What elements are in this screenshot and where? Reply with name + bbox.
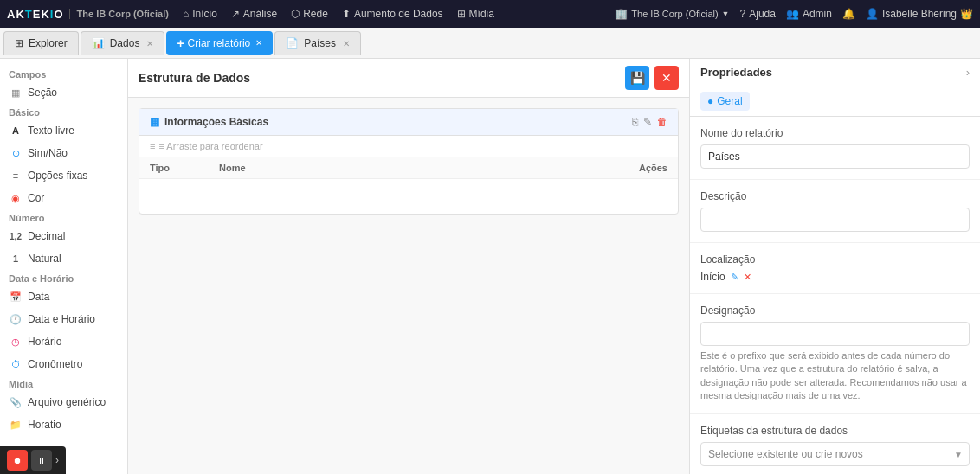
description-label: Descrição (700, 190, 970, 202)
table-header: Tipo Nome Ações (139, 157, 678, 179)
text-icon: A (9, 124, 23, 138)
tags-label: Etiquetas da estrutura de dados (700, 425, 970, 437)
tab-dados-close[interactable]: ✕ (146, 39, 153, 48)
logo[interactable]: AKTEKIO The IB Corp (Oficial) (7, 8, 169, 21)
designation-input[interactable] (700, 322, 970, 346)
home-icon: ⌂ (183, 8, 189, 20)
page-icon: 📄 (286, 37, 299, 49)
admin-button[interactable]: 👥 Admin (786, 8, 832, 20)
tags-select[interactable]: Selecione existente ou crie novos (700, 442, 970, 466)
location-edit-button[interactable]: ✎ (731, 272, 738, 283)
numero-title: Número (0, 209, 127, 225)
field-sim-nao[interactable]: ⊙ Sim/Não (0, 142, 127, 164)
structure-header: Estrutura de Dados 💾 ✕ (128, 59, 689, 98)
col-acoes: Ações (598, 163, 667, 173)
notifications-button[interactable]: 🔔 (842, 8, 855, 20)
color-icon: ◉ (9, 191, 23, 205)
data-tab-icon: 📊 (92, 37, 105, 49)
field-data[interactable]: 📅 Data (0, 285, 127, 308)
chevron-down-icon: ▼ (722, 10, 730, 18)
location-section: Localização Início ✎ ✕ (690, 243, 980, 294)
col-tipo: Tipo (150, 163, 219, 173)
nav-analise[interactable]: ↗ Análise (231, 8, 277, 20)
field-data-horario[interactable]: 🕐 Data e Horário (0, 308, 127, 330)
user-icon: 👤 (866, 8, 879, 20)
save-button[interactable]: 💾 (625, 66, 649, 90)
play-pause-button[interactable]: ⏸ (31, 450, 52, 471)
data-icon: ⬆ (342, 8, 351, 20)
tab-criar-close[interactable]: ✕ (255, 38, 262, 48)
report-name-input[interactable] (700, 144, 970, 169)
report-name-label: Nome do relatório (700, 127, 970, 139)
field-texto-livre[interactable]: A Texto livre (0, 119, 127, 142)
basico-title: Básico (0, 104, 127, 119)
nav-rede[interactable]: ⬡ Rede (291, 8, 328, 20)
right-panel: Propriedades › ● Geral Nome do relatório… (689, 59, 980, 474)
tab-paises[interactable]: 📄 Países ✕ (274, 31, 361, 55)
location-remove-button[interactable]: ✕ (744, 272, 751, 283)
field-decimal[interactable]: 1,2 Decimal (0, 225, 127, 247)
bottom-player: ⏺ ⏸ › (0, 446, 66, 474)
nav-right: 🏢 The IB Corp (Oficial) ▼ ? Ajuda 👥 Admi… (615, 8, 973, 20)
location-row: Início ✎ ✕ (700, 271, 970, 283)
bell-icon: 🔔 (842, 8, 855, 20)
decimal-icon: 1,2 (9, 229, 23, 243)
panel-title: Propriedades (700, 66, 772, 79)
expand-player-button[interactable]: › (55, 454, 59, 466)
tab-dados[interactable]: 📊 Dados ✕ (81, 31, 165, 55)
explorer-icon: ⊞ (15, 37, 23, 49)
section-icon: ▦ (9, 86, 23, 99)
cancel-button[interactable]: ✕ (654, 66, 679, 90)
stopwatch-icon: ⏱ (9, 357, 23, 371)
file-icon: 📎 (9, 395, 23, 409)
nav-midia[interactable]: ⊞ Mídia (457, 8, 494, 20)
tab-paises-close[interactable]: ✕ (343, 39, 350, 48)
clock-icon: ◷ (9, 335, 23, 349)
location-label: Localização (700, 253, 970, 266)
campos-title: Campos (0, 66, 127, 81)
copy-action[interactable]: ⎘ (632, 116, 638, 128)
field-cor[interactable]: ◉ Cor (0, 187, 127, 209)
box-actions: ⎘ ✎ 🗑 (632, 116, 667, 128)
field-natural[interactable]: 1 Natural (0, 247, 127, 270)
help-button[interactable]: ? Ajuda (740, 8, 776, 20)
tab-criar-relatorio[interactable]: + Criar relatório ✕ (166, 31, 273, 55)
tab-geral[interactable]: ● Geral (700, 92, 750, 111)
col-nome: Nome (219, 163, 598, 173)
drag-hint: ≡ ≡ Arraste para reordenar (139, 136, 678, 157)
nav-aumento-dados[interactable]: ⬆ Aumento de Dados (342, 8, 443, 20)
file2-icon: 📁 (9, 418, 23, 432)
header-actions: 💾 ✕ (625, 66, 679, 90)
circle-icon: ● (707, 95, 713, 107)
delete-action[interactable]: 🗑 (657, 116, 667, 128)
user-menu[interactable]: 👤 Isabelle Bhering 👑 (866, 8, 973, 20)
main-layout: Campos ▦ Seção Básico A Texto livre ⊙ Si… (0, 59, 980, 474)
description-input[interactable] (700, 208, 970, 232)
expand-icon[interactable]: › (966, 66, 970, 79)
list-icon: ≡ (9, 169, 23, 183)
edit-action[interactable]: ✎ (643, 116, 652, 128)
info-basicas-header: ▦ Informações Básicas ⎘ ✎ 🗑 (139, 109, 678, 136)
media-icon: ⊞ (457, 8, 466, 20)
field-cronometro[interactable]: ⏱ Cronômetro (0, 353, 127, 375)
field-opcoes-fixas[interactable]: ≡ Opções fixas (0, 164, 127, 187)
field-arquivo-generico[interactable]: 📎 Arquivo genérico (0, 391, 127, 413)
nav-inicio[interactable]: ⌂ Início (183, 8, 217, 20)
tab-explorer[interactable]: ⊞ Explorer (3, 31, 79, 55)
tab-bar: ⊞ Explorer 📊 Dados ✕ + Criar relatório ✕… (0, 28, 980, 59)
nav-items: ⌂ Início ↗ Análise ⬡ Rede ⬆ Aumento de D… (183, 8, 601, 20)
field-horario[interactable]: ◷ Horário (0, 330, 127, 353)
panel-header: Propriedades › (690, 59, 980, 86)
natural-icon: 1 (9, 252, 23, 266)
structure-title: Estrutura de Dados (139, 71, 250, 85)
designation-section: Designação Este é o prefixo que será exi… (690, 294, 980, 414)
center-panel: Estrutura de Dados 💾 ✕ ▦ Informações Bás… (128, 59, 689, 474)
description-section: Descrição (690, 180, 980, 243)
record-button[interactable]: ⏺ (7, 450, 28, 471)
tags-section: Etiquetas da estrutura de dados Selecion… (690, 414, 980, 474)
company-name: The IB Corp (Oficial) (69, 9, 169, 19)
field-horatio[interactable]: 📁 Horatio (0, 413, 127, 436)
chart-icon: ↗ (231, 8, 240, 20)
field-secao[interactable]: ▦ Seção (0, 81, 127, 104)
company-switcher[interactable]: 🏢 The IB Corp (Oficial) ▼ (615, 8, 729, 20)
